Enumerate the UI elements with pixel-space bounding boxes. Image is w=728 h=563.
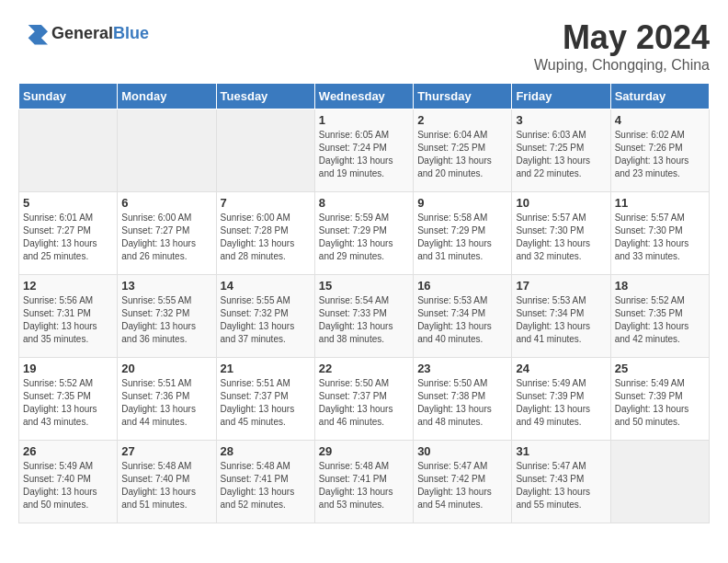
calendar-cell: 18Sunrise: 5:52 AM Sunset: 7:35 PM Dayli… (610, 275, 709, 358)
day-info: Sunrise: 5:55 AM Sunset: 7:32 PM Dayligh… (121, 294, 211, 346)
calendar-cell: 15Sunrise: 5:54 AM Sunset: 7:33 PM Dayli… (314, 275, 413, 358)
day-number: 4 (615, 113, 705, 127)
calendar-cell: 28Sunrise: 5:48 AM Sunset: 7:41 PM Dayli… (216, 441, 314, 523)
day-info: Sunrise: 5:58 AM Sunset: 7:29 PM Dayligh… (417, 212, 507, 263)
calendar-cell: 10Sunrise: 5:57 AM Sunset: 7:30 PM Dayli… (512, 192, 610, 275)
day-info: Sunrise: 5:59 AM Sunset: 7:29 PM Dayligh… (319, 212, 409, 263)
calendar-cell (610, 441, 709, 523)
day-number: 29 (319, 444, 409, 458)
day-info: Sunrise: 5:47 AM Sunset: 7:43 PM Dayligh… (516, 460, 606, 511)
calendar-cell: 29Sunrise: 5:48 AM Sunset: 7:41 PM Dayli… (314, 441, 413, 523)
calendar-cell: 12Sunrise: 5:56 AM Sunset: 7:31 PM Dayli… (19, 275, 118, 358)
day-info: Sunrise: 5:48 AM Sunset: 7:41 PM Dayligh… (319, 460, 409, 511)
week-row-4: 19Sunrise: 5:52 AM Sunset: 7:35 PM Dayli… (19, 358, 710, 441)
header-sunday: Sunday (19, 84, 118, 109)
day-info: Sunrise: 5:53 AM Sunset: 7:34 PM Dayligh… (417, 294, 507, 346)
day-number: 15 (319, 279, 409, 293)
day-info: Sunrise: 5:49 AM Sunset: 7:39 PM Dayligh… (615, 377, 705, 429)
calendar-cell: 25Sunrise: 5:49 AM Sunset: 7:39 PM Dayli… (610, 358, 709, 441)
calendar-cell: 30Sunrise: 5:47 AM Sunset: 7:42 PM Dayli… (414, 441, 512, 523)
calendar-cell: 6Sunrise: 6:00 AM Sunset: 7:27 PM Daylig… (118, 192, 216, 275)
day-number: 28 (221, 444, 311, 458)
day-info: Sunrise: 5:48 AM Sunset: 7:40 PM Dayligh… (121, 460, 211, 511)
calendar-cell: 5Sunrise: 6:01 AM Sunset: 7:27 PM Daylig… (19, 192, 118, 275)
calendar-title: May 2024 (534, 18, 710, 57)
calendar-cell: 7Sunrise: 6:00 AM Sunset: 7:28 PM Daylig… (216, 192, 314, 275)
week-row-1: 1Sunrise: 6:05 AM Sunset: 7:24 PM Daylig… (19, 109, 710, 192)
header-tuesday: Tuesday (216, 84, 314, 109)
day-number: 24 (516, 362, 606, 375)
calendar-cell: 27Sunrise: 5:48 AM Sunset: 7:40 PM Dayli… (118, 441, 216, 523)
calendar-cell: 24Sunrise: 5:49 AM Sunset: 7:39 PM Dayli… (512, 358, 610, 441)
day-info: Sunrise: 5:52 AM Sunset: 7:35 PM Dayligh… (615, 294, 705, 346)
calendar-cell: 3Sunrise: 6:03 AM Sunset: 7:25 PM Daylig… (512, 109, 610, 192)
header-friday: Friday (512, 84, 610, 109)
calendar-cell: 16Sunrise: 5:53 AM Sunset: 7:34 PM Dayli… (414, 275, 512, 358)
day-number: 2 (417, 113, 507, 127)
calendar-cell: 22Sunrise: 5:50 AM Sunset: 7:37 PM Dayli… (314, 358, 413, 441)
calendar-subtitle: Wuping, Chongqing, China (534, 57, 710, 74)
logo: GeneralBlue (18, 18, 149, 48)
calendar-cell: 14Sunrise: 5:55 AM Sunset: 7:32 PM Dayli… (216, 275, 314, 358)
day-info: Sunrise: 5:48 AM Sunset: 7:41 PM Dayligh… (221, 460, 311, 511)
day-number: 27 (121, 444, 211, 458)
day-info: Sunrise: 5:53 AM Sunset: 7:34 PM Dayligh… (516, 294, 606, 346)
svg-marker-1 (28, 25, 48, 44)
day-number: 23 (417, 362, 507, 375)
day-number: 31 (516, 444, 606, 458)
title-area: May 2024 Wuping, Chongqing, China (534, 18, 710, 74)
day-number: 5 (23, 196, 113, 210)
day-info: Sunrise: 5:51 AM Sunset: 7:37 PM Dayligh… (221, 377, 311, 429)
day-number: 1 (319, 113, 409, 127)
day-number: 18 (615, 279, 705, 293)
day-info: Sunrise: 5:56 AM Sunset: 7:31 PM Dayligh… (23, 294, 113, 346)
day-info: Sunrise: 5:51 AM Sunset: 7:36 PM Dayligh… (121, 377, 211, 429)
calendar-cell: 31Sunrise: 5:47 AM Sunset: 7:43 PM Dayli… (512, 441, 610, 523)
day-info: Sunrise: 5:50 AM Sunset: 7:38 PM Dayligh… (417, 377, 507, 429)
day-number: 10 (516, 196, 606, 210)
week-row-3: 12Sunrise: 5:56 AM Sunset: 7:31 PM Dayli… (19, 275, 710, 358)
day-info: Sunrise: 5:57 AM Sunset: 7:30 PM Dayligh… (516, 212, 606, 263)
day-info: Sunrise: 6:00 AM Sunset: 7:28 PM Dayligh… (221, 212, 311, 263)
logo-icon (18, 18, 48, 48)
logo-blue-text: Blue (113, 24, 149, 42)
day-number: 12 (23, 279, 113, 293)
calendar-cell: 11Sunrise: 5:57 AM Sunset: 7:30 PM Dayli… (610, 192, 709, 275)
day-info: Sunrise: 5:49 AM Sunset: 7:40 PM Dayligh… (23, 460, 113, 511)
calendar-cell (118, 109, 216, 192)
calendar-cell: 4Sunrise: 6:02 AM Sunset: 7:26 PM Daylig… (610, 109, 709, 192)
calendar-cell: 8Sunrise: 5:59 AM Sunset: 7:29 PM Daylig… (314, 192, 413, 275)
day-number: 3 (516, 113, 606, 127)
day-info: Sunrise: 6:01 AM Sunset: 7:27 PM Dayligh… (23, 212, 113, 263)
day-info: Sunrise: 5:54 AM Sunset: 7:33 PM Dayligh… (319, 294, 409, 346)
day-info: Sunrise: 5:57 AM Sunset: 7:30 PM Dayligh… (615, 212, 705, 263)
day-number: 25 (615, 362, 705, 375)
calendar-cell: 20Sunrise: 5:51 AM Sunset: 7:36 PM Dayli… (118, 358, 216, 441)
day-info: Sunrise: 6:04 AM Sunset: 7:25 PM Dayligh… (417, 129, 507, 180)
day-info: Sunrise: 6:03 AM Sunset: 7:25 PM Dayligh… (516, 129, 606, 180)
day-info: Sunrise: 6:02 AM Sunset: 7:26 PM Dayligh… (615, 129, 705, 180)
week-row-2: 5Sunrise: 6:01 AM Sunset: 7:27 PM Daylig… (19, 192, 710, 275)
calendar-cell: 17Sunrise: 5:53 AM Sunset: 7:34 PM Dayli… (512, 275, 610, 358)
logo-general-text: General (51, 24, 113, 42)
day-number: 16 (417, 279, 507, 293)
calendar-cell (216, 109, 314, 192)
day-number: 7 (221, 196, 311, 210)
calendar-cell (19, 109, 118, 192)
page-header: GeneralBlue May 2024 Wuping, Chongqing, … (18, 18, 710, 74)
day-number: 6 (121, 196, 211, 210)
header-wednesday: Wednesday (314, 84, 413, 109)
day-info: Sunrise: 5:52 AM Sunset: 7:35 PM Dayligh… (23, 377, 113, 429)
day-number: 26 (23, 444, 113, 458)
calendar-table: SundayMondayTuesdayWednesdayThursdayFrid… (18, 83, 710, 523)
calendar-cell: 1Sunrise: 6:05 AM Sunset: 7:24 PM Daylig… (314, 109, 413, 192)
day-number: 8 (319, 196, 409, 210)
calendar-header-row: SundayMondayTuesdayWednesdayThursdayFrid… (19, 84, 710, 109)
day-number: 20 (121, 362, 211, 375)
header-saturday: Saturday (610, 84, 709, 109)
day-number: 14 (221, 279, 311, 293)
day-number: 9 (417, 196, 507, 210)
calendar-cell: 2Sunrise: 6:04 AM Sunset: 7:25 PM Daylig… (414, 109, 512, 192)
day-info: Sunrise: 5:50 AM Sunset: 7:37 PM Dayligh… (319, 377, 409, 429)
day-info: Sunrise: 6:00 AM Sunset: 7:27 PM Dayligh… (121, 212, 211, 263)
